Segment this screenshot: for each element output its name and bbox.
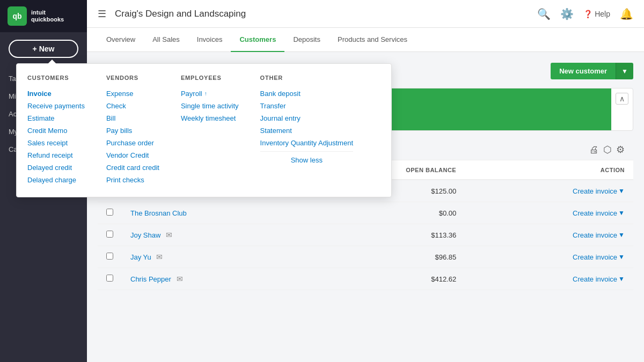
action-caret-button[interactable]: ▼ (618, 231, 625, 239)
customer-name[interactable]: The Brosnan Club (130, 209, 187, 217)
search-icon[interactable]: 🔍 (537, 8, 551, 20)
new-customer-button-group: New customer ▼ (551, 63, 633, 79)
table-row: Jay Yu ✉ $96.85 Create invoice ▼ (98, 246, 633, 268)
menu-col-vendors-title: VENDORS (106, 75, 159, 81)
quickbooks-logo-icon: qb (8, 6, 27, 26)
row-checkbox[interactable] (106, 209, 113, 216)
summary-collapse: ∧ (611, 88, 633, 130)
row-checkbox[interactable] (106, 253, 113, 260)
email-icon: ✉ (156, 253, 163, 261)
content-area: New customer ▼ Paid $0 0 PAID LAST 30 DA… (87, 52, 644, 362)
settings-icon[interactable]: ⚙️ (560, 8, 574, 20)
tabs-bar: Overview All Sales Invoices Customers De… (87, 28, 644, 52)
balance-cell: $412.62 (301, 268, 465, 290)
new-menu-dropdown: CUSTOMERS Invoice Receive payments Estim… (87, 63, 392, 197)
action-dropdown: Create invoice ▼ (573, 275, 625, 283)
menu-item-vendor-credit[interactable]: Vendor Credit (106, 149, 159, 161)
action-caret-button[interactable]: ▼ (618, 209, 625, 217)
email-icon: ✉ (166, 231, 172, 239)
summary-collapse-button[interactable]: ∧ (616, 93, 628, 105)
svg-text:qb: qb (12, 12, 21, 20)
menu-item-inventory-adjustment[interactable]: Inventory Quantity Adjustment (260, 137, 353, 149)
help-label: Help (595, 10, 610, 18)
tab-deposits[interactable]: Deposits (284, 28, 329, 52)
row-checkbox[interactable] (106, 275, 113, 282)
menu-item-credit-card-credit[interactable]: Credit card credit (106, 161, 159, 174)
settings-gear-icon[interactable]: ⚙ (616, 144, 625, 156)
create-invoice-button[interactable]: Create invoice (573, 275, 617, 283)
help-icon: ❓ (583, 10, 592, 18)
menu-item-pay-bills[interactable]: Pay bills (106, 124, 159, 137)
tab-customers[interactable]: Customers (231, 28, 284, 52)
new-button-section: + New (0, 32, 87, 65)
customer-name[interactable]: Chris Pepper (130, 275, 171, 283)
export-icon[interactable]: ⬡ (603, 144, 612, 156)
print-icon[interactable]: 🖨 (589, 144, 599, 156)
customer-name-cell: Joy Shaw ✉ (122, 224, 301, 246)
menu-item-statement[interactable]: Statement (260, 124, 353, 137)
hamburger-menu-icon[interactable]: ☰ (98, 8, 106, 20)
show-less-link[interactable]: Show less (291, 156, 323, 164)
new-customer-button[interactable]: New customer (551, 63, 616, 79)
menu-item-bank-deposit[interactable]: Bank deposit (260, 87, 353, 100)
customer-name[interactable]: Joy Shaw (130, 231, 160, 239)
menu-item-bill[interactable]: Bill (106, 112, 159, 124)
menu-col-employees: EMPLOYEES Payroll ↑ Single time activity… (181, 75, 239, 186)
payroll-upgrade-icon: ↑ (204, 91, 207, 97)
create-invoice-button[interactable]: Create invoice (573, 209, 617, 217)
new-customer-dropdown-button[interactable]: ▼ (616, 63, 633, 79)
menu-col-other: OTHER Bank deposit Transfer Journal entr… (260, 75, 353, 186)
table-header-action: ACTION (465, 160, 633, 180)
table-row: Joy Shaw ✉ $113.36 Create invoice ▼ (98, 224, 633, 246)
action-dropdown: Create invoice ▼ (573, 231, 625, 239)
menu-col-other-title: OTHER (260, 75, 353, 81)
new-button[interactable]: + New (9, 40, 78, 58)
menu-col-employees-title: EMPLOYEES (181, 75, 239, 81)
menu-item-single-time-activity[interactable]: Single time activity (181, 100, 239, 112)
email-icon: ✉ (177, 275, 183, 283)
customer-name[interactable]: Jay Yu (130, 253, 151, 261)
show-less-bar: Show less (260, 151, 353, 168)
menu-col-vendors: VENDORS Expense Check Bill Pay bills Pur… (106, 75, 159, 186)
action-cell: Create invoice ▼ (465, 246, 633, 268)
balance-cell: $96.85 (301, 246, 465, 268)
action-cell: Create invoice ▼ (465, 202, 633, 224)
row-checkbox-cell (98, 268, 122, 290)
tab-all-sales[interactable]: All Sales (144, 28, 188, 52)
action-caret-button[interactable]: ▼ (618, 187, 625, 195)
create-invoice-button[interactable]: Create invoice (573, 231, 617, 239)
balance-cell: $113.36 (301, 224, 465, 246)
menu-item-purchase-order[interactable]: Purchase order (106, 137, 159, 149)
customer-name-cell: Chris Pepper ✉ (122, 268, 301, 290)
menu-item-check[interactable]: Check (106, 100, 159, 112)
action-caret-button[interactable]: ▼ (618, 275, 625, 283)
row-checkbox-cell (98, 246, 122, 268)
balance-cell: $0.00 (301, 202, 465, 224)
menu-item-journal-entry[interactable]: Journal entry (260, 112, 353, 124)
table-row: Chris Pepper ✉ $412.62 Create invoice ▼ (98, 268, 633, 290)
action-cell: Create invoice ▼ (465, 268, 633, 290)
topbar: ☰ Craig's Design and Landscaping 🔍 ⚙️ ❓ … (87, 0, 644, 28)
create-invoice-button[interactable]: Create invoice (573, 187, 617, 195)
action-dropdown: Create invoice ▼ (573, 253, 625, 261)
help-button[interactable]: ❓ Help (583, 10, 610, 18)
action-cell: Create invoice ▼ (465, 180, 633, 202)
menu-item-payroll[interactable]: Payroll ↑ (181, 87, 239, 100)
tab-invoices[interactable]: Invoices (188, 28, 231, 52)
action-cell: Create invoice ▼ (465, 224, 633, 246)
customer-name-cell: The Brosnan Club (122, 202, 301, 224)
create-invoice-button[interactable]: Create invoice (573, 253, 617, 261)
tab-overview[interactable]: Overview (98, 28, 144, 52)
menu-item-weekly-timesheet[interactable]: Weekly timesheet (181, 112, 239, 124)
row-checkbox[interactable] (106, 231, 113, 238)
action-caret-button[interactable]: ▼ (618, 253, 625, 261)
menu-item-expense[interactable]: Expense (106, 87, 159, 100)
row-checkbox-cell (98, 224, 122, 246)
menu-item-transfer[interactable]: Transfer (260, 100, 353, 112)
topbar-actions: 🔍 ⚙️ ❓ Help 🔔 (537, 8, 633, 20)
table-row: The Brosnan Club $0.00 Create invoice ▼ (98, 202, 633, 224)
tab-products-services[interactable]: Products and Services (329, 28, 416, 52)
menu-item-print-checks[interactable]: Print checks (106, 174, 159, 186)
action-dropdown: Create invoice ▼ (573, 187, 625, 195)
notifications-icon[interactable]: 🔔 (620, 8, 633, 20)
